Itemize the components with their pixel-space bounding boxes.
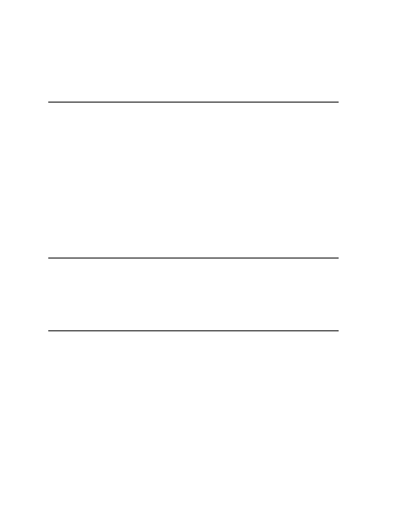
horizontal-rule [48, 258, 339, 258]
document-page [0, 0, 411, 532]
horizontal-rule [48, 330, 339, 331]
horizontal-rule [48, 102, 339, 103]
